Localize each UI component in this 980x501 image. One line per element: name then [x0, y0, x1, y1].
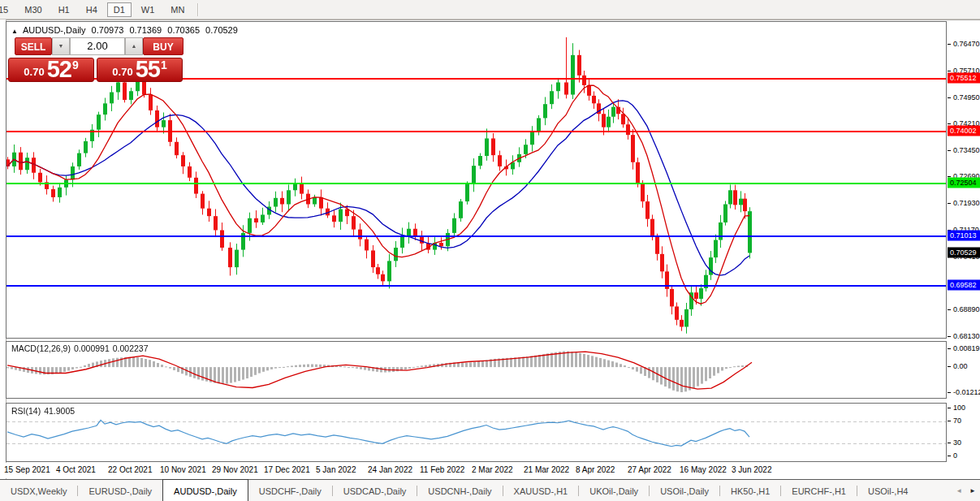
timeframe-button-h1[interactable]: H1 — [52, 2, 76, 17]
timeframe-button-mn[interactable]: MN — [164, 2, 191, 17]
chart-tab-eurusd-daily[interactable]: EURUSD-,Daily — [78, 480, 162, 501]
sell-quote-button[interactable]: 0.70 52 9 — [8, 58, 94, 82]
chart-tab-ukoil-daily[interactable]: UKOil-,Daily — [579, 480, 649, 501]
sell-button[interactable]: SELL — [15, 37, 52, 55]
price-tick-mark — [948, 44, 951, 45]
price-level-tag: 0.75512 — [948, 72, 980, 83]
chart-tab-audusd-daily[interactable]: AUDUSD-,Daily — [162, 479, 248, 501]
rsi-canvas[interactable] — [6, 404, 946, 461]
macd-label: MACD(12,26,9)0.0009910.002237 — [11, 343, 152, 353]
indicator-tick-label: 0.00819 — [953, 344, 980, 352]
chart-tab-bar: USDX,WeeklyEURUSD-,DailyAUDUSD-,DailyUSD… — [0, 479, 980, 501]
sell-pips: 52 — [47, 58, 71, 80]
chart-tab-usdx-weekly[interactable]: USDX,Weekly — [0, 480, 77, 501]
date-tick-label: 16 May 2022 — [680, 465, 727, 474]
chart-tab-usoil-daily[interactable]: USOil-,Daily — [650, 480, 719, 501]
price-level-tag: 0.72504 — [948, 178, 980, 188]
ohlc-low: 0.70365 — [167, 25, 200, 35]
price-tick-mark — [948, 309, 951, 310]
date-tick-label: 8 Apr 2022 — [576, 465, 615, 474]
time-axis[interactable]: 15 Sep 20214 Oct 202122 Oct 202110 Nov 2… — [6, 463, 947, 478]
price-level-tag: 0.74002 — [948, 125, 980, 136]
price-tick-label: 0.68130 — [953, 332, 980, 340]
date-tick-label: 2 Mar 2022 — [472, 465, 513, 474]
tab-scroll-right-icon[interactable]: ► — [969, 487, 976, 495]
window-top-edge — [0, 19, 980, 20]
date-tick-label: 21 Mar 2022 — [524, 465, 569, 474]
date-tick-label: 3 Jun 2022 — [732, 465, 772, 474]
buy-button[interactable]: BUY — [143, 37, 183, 55]
price-tick-mark — [948, 97, 951, 98]
indicator-tick-label: 0 — [953, 451, 957, 460]
date-tick-label: 17 Dec 2021 — [264, 465, 310, 474]
price-tick-label: 0.68890 — [953, 305, 980, 313]
timeframe-button-w1[interactable]: W1 — [135, 2, 162, 17]
date-tick-label: 24 Jan 2022 — [368, 465, 412, 474]
date-tick-label: 11 Feb 2022 — [420, 465, 464, 474]
chart-symbol-label: AUDUSD-,Daily — [23, 25, 86, 35]
chart-tab-usdcad-daily[interactable]: USDCAD-,Daily — [333, 480, 417, 501]
price-level-tag: 0.70529 — [948, 247, 980, 257]
rsi-label: RSI(14)41.9005 — [11, 406, 78, 416]
price-tick-label: 0.73450 — [953, 146, 980, 154]
timeframe-button-d1[interactable]: D1 — [107, 2, 132, 17]
price-tick-mark — [948, 71, 951, 71]
price-level-tag: 0.69582 — [948, 280, 980, 291]
indicator-tick-mark — [948, 392, 951, 393]
ohlc-open: 0.70973 — [92, 25, 124, 35]
indicator-tick-mark — [948, 443, 951, 443]
chart-tab-eurchf-h1[interactable]: EURCHF-,H1 — [781, 480, 857, 501]
one-click-trading-panel: SELL ▼ 2.00 ▲ BUY 0.70 52 9 0.70 55 1 — [8, 37, 190, 82]
indicator-tick-label: 70 — [953, 417, 961, 425]
chart-tab-usdchf-daily[interactable]: USDCHF-,Daily — [248, 480, 332, 501]
timeframe-toolbar: 15M30H1H4D1W1MN — [0, 0, 980, 19]
rsi-value: 41.9005 — [44, 406, 75, 416]
indicator-tick-label: 0.00 — [953, 362, 968, 370]
buy-pips: 55 — [136, 58, 160, 80]
chart-title: ▲AUDUSD-,Daily 0.70973 0.71369 0.70365 0… — [11, 25, 241, 35]
buy-quote-button[interactable]: 0.70 55 1 — [97, 58, 183, 82]
price-tick-mark — [948, 203, 951, 204]
price-level-tag: 0.71013 — [948, 230, 980, 240]
macd-signal-value: 0.002237 — [113, 343, 149, 353]
volume-input[interactable]: 2.00 — [70, 37, 125, 55]
ohlc-close: 0.70529 — [205, 25, 238, 35]
chart-tab-usoil-h4[interactable]: USOil-,H4 — [857, 480, 919, 501]
date-tick-label: 29 Nov 2021 — [212, 465, 258, 474]
indicator-tick-label: -0.01212 — [953, 388, 980, 396]
date-tick-label: 27 Apr 2022 — [628, 465, 671, 474]
mt4-terminal-window: 15M30H1H4D1W1MN 0.764700.757100.749500.7… — [0, 0, 980, 501]
price-tick-label: 0.71930 — [953, 199, 980, 207]
price-tick-mark — [948, 123, 951, 124]
indicator-tick-label: 30 — [953, 438, 961, 447]
buy-pipette: 1 — [161, 59, 167, 71]
volume-decrease-button[interactable]: ▼ — [52, 37, 70, 55]
toolbar-separator — [197, 3, 199, 16]
chart-tab-usdcnh-daily[interactable]: USDCNH-,Daily — [417, 480, 502, 501]
indicator-tick-mark — [948, 408, 951, 408]
chart-tab-xauusd-h1[interactable]: XAUUSD-,H1 — [503, 480, 579, 501]
timeframe-button-h4[interactable]: H4 — [80, 2, 104, 17]
indicator-tick-mark — [948, 366, 951, 367]
ohlc-high: 0.71369 — [129, 25, 162, 35]
timeframe-button-15[interactable]: 15 — [0, 2, 15, 17]
date-tick-label: 4 Oct 2021 — [56, 465, 96, 474]
sell-pipette: 9 — [72, 59, 79, 71]
sell-big-figure: 0.70 — [24, 64, 44, 80]
date-tick-label: 10 Nov 2021 — [160, 465, 206, 474]
buy-big-figure: 0.70 — [112, 64, 132, 80]
chart-tab-hk50-h1[interactable]: HK50-,H1 — [720, 480, 780, 501]
tab-scroll-buttons: ◄ ► — [956, 480, 978, 501]
tab-scroll-left-icon[interactable]: ◄ — [956, 487, 962, 495]
price-scale[interactable]: 0.764700.757100.749500.742100.734500.726… — [947, 21, 980, 462]
volume-increase-button[interactable]: ▲ — [125, 37, 143, 55]
indicator-tick-mark — [948, 456, 951, 456]
price-tick-mark — [948, 150, 951, 151]
indicator-tick-mark — [948, 421, 951, 421]
price-tick-mark — [948, 336, 951, 337]
collapse-chart-icon[interactable]: ▲ — [11, 28, 18, 35]
indicator-tick-mark — [948, 348, 951, 349]
indicator-tick-label: 100 — [953, 404, 965, 412]
date-tick-label: 15 Sep 2021 — [4, 465, 50, 474]
timeframe-button-m30[interactable]: M30 — [18, 2, 48, 17]
